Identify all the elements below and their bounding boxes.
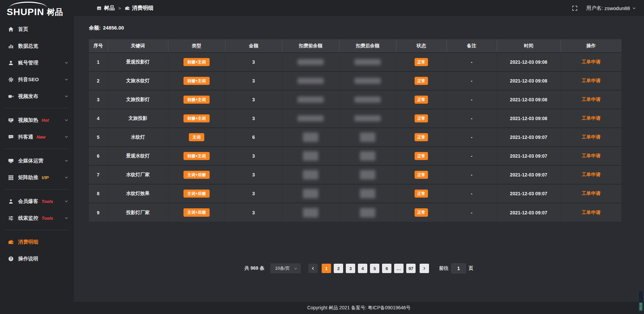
- masked-balance: [355, 97, 381, 103]
- page-button-2[interactable]: 2: [334, 264, 343, 273]
- overlay-meter-widget[interactable]: [638, 291, 643, 312]
- page-button-6[interactable]: 6: [382, 264, 391, 273]
- cell-index: 3: [89, 90, 108, 109]
- help-icon: ?: [8, 256, 14, 262]
- cell-pre-balance: [282, 109, 339, 128]
- work-order-link[interactable]: 工单申请: [582, 172, 600, 177]
- cell-pre-balance: [282, 203, 339, 222]
- cell-type: 前缀+主词: [168, 71, 225, 90]
- top-bar: 树品 > 消费明细 用户名: zswodun88: [74, 0, 644, 16]
- page-button-5[interactable]: 5: [370, 264, 379, 273]
- user-menu[interactable]: 用户名: zswodun88: [586, 5, 636, 11]
- cell-type: 前缀+主词: [168, 109, 225, 128]
- cell-type: 前缀+主词: [168, 53, 225, 71]
- page-button-97[interactable]: 97: [406, 264, 416, 273]
- cell-pre-balance: [282, 147, 339, 165]
- cell-post-balance: [339, 90, 396, 109]
- type-badge: 前缀+主词: [183, 77, 209, 85]
- table-row: 4文旅投影前缀+主词3正常-2021-12-03 09:08工单申请: [89, 109, 622, 128]
- status-badge: 正常: [415, 208, 428, 216]
- page-button-1[interactable]: 1: [322, 264, 331, 273]
- chevron-down-icon: [64, 175, 68, 179]
- sidebar-item-clue-monitor[interactable]: 线索监控Tools: [0, 210, 74, 226]
- work-order-link[interactable]: 工单申请: [582, 59, 600, 64]
- cell-type: 主词+后缀: [168, 165, 225, 184]
- masked-balance: [355, 115, 381, 121]
- work-order-link[interactable]: 工单申请: [582, 191, 600, 196]
- status-badge: 正常: [415, 171, 428, 179]
- cell-remark: -: [446, 53, 497, 71]
- sidebar-item-douketong[interactable]: 抖客通New: [0, 128, 74, 145]
- column-header: 备注: [446, 39, 497, 53]
- cell-pre-balance: [282, 184, 339, 203]
- sidebar-item-label: 抖音SEO: [18, 76, 39, 83]
- cell-index: 5: [89, 128, 108, 147]
- work-order-link[interactable]: 工单申请: [582, 153, 600, 158]
- sidebar-item-douyin-seo[interactable]: 抖音SEO: [0, 71, 74, 88]
- work-order-link[interactable]: 工单申请: [582, 97, 600, 102]
- cell-type: 主词+后缀: [168, 184, 225, 203]
- sidebar-item-instructions[interactable]: ?操作说明: [0, 250, 74, 267]
- cell-time: 2021-12-03 09:08: [497, 90, 560, 109]
- page-button-4[interactable]: 4: [358, 264, 367, 273]
- meter-bar: [639, 307, 642, 308]
- cell-index: 1: [89, 53, 108, 71]
- copyright-text: Copyright 树品 2021 备案号: 粤ICP备09019646号: [307, 305, 411, 311]
- work-order-link[interactable]: 工单申请: [582, 78, 600, 83]
- cell-status: 正常: [396, 71, 446, 90]
- main-content: 余额:24856.00 序号关键词类型金额扣费前余额扣费后余额状态备注时间操作 …: [74, 25, 644, 273]
- type-badge: 前缀+主词: [183, 114, 209, 122]
- sidebar-item-label: 抖客通: [18, 134, 33, 140]
- page-size-select[interactable]: 10条/页: [270, 263, 301, 273]
- cell-keyword: 投影灯厂家: [108, 203, 168, 222]
- goto-page-input[interactable]: [451, 263, 466, 273]
- sidebar-item-home[interactable]: 首页: [0, 21, 74, 38]
- cell-post-balance: [339, 71, 396, 90]
- breadcrumb-item-current[interactable]: 消费明细: [125, 5, 154, 12]
- work-order-link[interactable]: 工单申请: [582, 134, 600, 140]
- breadcrumb-item-home[interactable]: 树品: [97, 5, 115, 12]
- sidebar-item-label: 操作说明: [18, 256, 38, 262]
- next-page-button[interactable]: [420, 264, 429, 273]
- cell-time: 2021-12-03 09:08: [497, 53, 560, 71]
- page-button-3[interactable]: 3: [346, 264, 355, 273]
- sidebar-item-consumption-detail[interactable]: 消费明细: [0, 233, 74, 250]
- cell-status: 正常: [396, 147, 446, 165]
- page-buttons: 123456...97: [308, 264, 429, 273]
- cell-post-balance: [339, 53, 396, 71]
- sidebar-item-all-media-operation[interactable]: 全媒体运营: [0, 152, 74, 169]
- sidebar-item-member-burst[interactable]: 会员爆客Tools: [0, 193, 74, 210]
- sidebar-item-matrix-boost[interactable]: 矩阵助推VIP: [0, 169, 74, 186]
- prev-page-button[interactable]: [308, 264, 318, 273]
- consumption-table: 序号关键词类型金额扣费前余额扣费后余额状态备注时间操作 1景观投影灯前缀+主词3…: [89, 39, 622, 222]
- fullscreen-icon[interactable]: [572, 5, 578, 11]
- gear-icon: [8, 77, 14, 83]
- chat-icon: [8, 134, 14, 140]
- sidebar-item-account-management[interactable]: 账号管理: [0, 54, 74, 71]
- cell-amount: 3: [225, 53, 282, 71]
- cell-status: 正常: [396, 165, 446, 184]
- breadcrumb-label: 消费明细: [132, 5, 154, 12]
- cell-time: 2021-12-03 09:08: [497, 71, 560, 90]
- logo-text-en: SHUPIN: [7, 7, 44, 17]
- type-badge: 主词+后缀: [183, 208, 209, 216]
- pagination: 共 969 条 10条/页 123456...97 前往 页: [74, 263, 644, 273]
- cell-keyword: 文旅投影灯: [108, 90, 168, 109]
- work-order-link[interactable]: 工单申请: [582, 210, 600, 215]
- work-order-link[interactable]: 工单申请: [582, 115, 600, 121]
- sidebar-item-data-overview[interactable]: 数据总览: [0, 38, 74, 54]
- table-row: 8水纹灯效果主词+后缀3正常-2021-12-03 09:07工单申请: [89, 184, 622, 203]
- sidebar-item-label: 会员爆客: [18, 198, 38, 205]
- type-badge: 主词+后缀: [183, 171, 209, 179]
- ellipsis-page-button[interactable]: ...: [394, 264, 404, 273]
- cell-type: 主词+后缀: [168, 203, 225, 222]
- cell-index: 4: [89, 109, 108, 128]
- sidebar-item-video-heating[interactable]: 视频加热Hot: [0, 112, 74, 128]
- cell-keyword: 景观水纹灯: [108, 147, 168, 165]
- status-badge: 正常: [415, 77, 428, 85]
- masked-balance: [303, 208, 318, 217]
- sidebar-item-video-publish[interactable]: 视频发布: [0, 88, 74, 105]
- cell-keyword: 景观投影灯: [108, 53, 168, 71]
- sidebar-divider: [5, 189, 69, 190]
- topbar-right: 用户名: zswodun88: [572, 5, 636, 11]
